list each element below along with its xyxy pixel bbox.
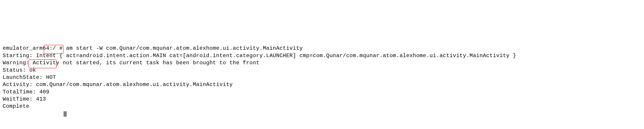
- status-label: Status:: [3, 67, 29, 73]
- totaltime-label: TotalTim: [3, 89, 29, 95]
- prompt-symbol: #: [56, 45, 66, 51]
- starting-intent-line: Starting: Intent { act=android.intent.ac…: [3, 53, 516, 59]
- status-line: Status: ok: [3, 67, 36, 73]
- activity-line: Activity: com.Qunar/com.mqunar.atom.alex…: [3, 82, 233, 88]
- cursor-line: [3, 111, 67, 117]
- terminal-output: emulator_arm64:/ # am start -W com.Qunar…: [0, 36, 644, 117]
- command-text: am start -W com.Qunar/com.mqunar.atom.al…: [66, 45, 303, 51]
- waittime-label: WaitTime:: [3, 96, 36, 102]
- status-value: ok: [29, 67, 36, 73]
- prompt-path: :/: [50, 45, 56, 51]
- totaltime-value: e: 409: [29, 89, 49, 95]
- activity-value: com.Qunar/com.mqunar.atom.alexhome.ui.ac…: [36, 82, 233, 88]
- waittime-line: WaitTime: 413: [3, 96, 46, 102]
- complete-line: Complete: [3, 103, 29, 109]
- command-line[interactable]: emulator_arm64:/ # am start -W com.Qunar…: [3, 45, 303, 51]
- warning-line: Warning: Activity not started, its curre…: [3, 60, 259, 66]
- launchstate-line: LaunchState: HOT: [3, 74, 56, 80]
- activity-label: Activity:: [3, 82, 36, 88]
- totaltime-line: TotalTime: 409: [3, 89, 50, 95]
- prompt-host: emulator_arm64: [3, 45, 50, 51]
- waittime-value: 413: [36, 96, 46, 102]
- launchstate-label: LaunchState:: [3, 74, 43, 80]
- launchstate-value: HOT: [43, 74, 56, 80]
- terminal-cursor: [64, 111, 67, 117]
